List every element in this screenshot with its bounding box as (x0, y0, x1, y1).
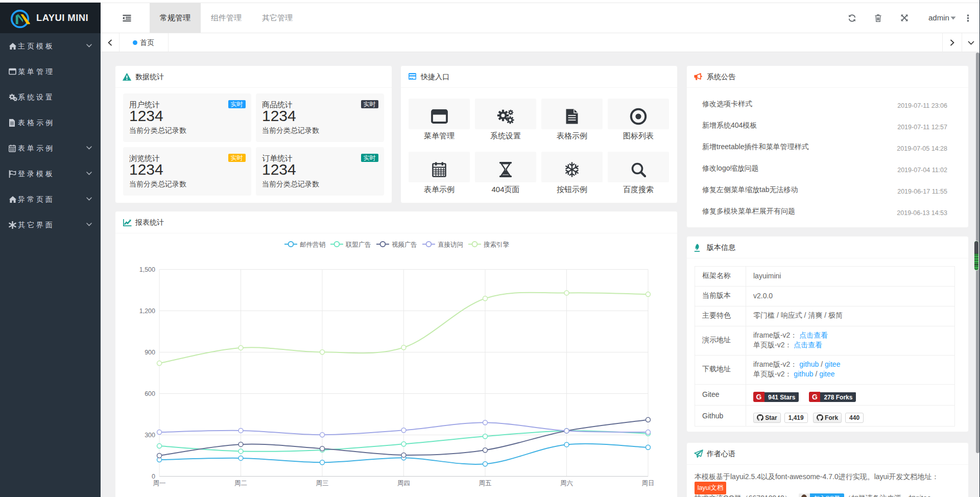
svg-text:1,500: 1,500 (139, 266, 155, 273)
svg-text:周六: 周六 (560, 480, 573, 487)
svg-text:直接访问: 直接访问 (438, 241, 463, 248)
svg-text:900: 900 (145, 349, 155, 356)
svg-text:300: 300 (145, 432, 155, 439)
svg-text:邮件营销: 邮件营销 (300, 241, 326, 248)
svg-text:周三: 周三 (316, 480, 329, 487)
svg-text:周四: 周四 (397, 480, 410, 487)
svg-text:周日: 周日 (642, 480, 655, 487)
svg-text:600: 600 (145, 390, 155, 397)
svg-text:搜索引擎: 搜索引擎 (484, 241, 510, 248)
svg-text:周五: 周五 (479, 480, 492, 487)
svg-text:1,200: 1,200 (139, 307, 155, 315)
svg-text:周二: 周二 (234, 480, 247, 487)
svg-text:联盟广告: 联盟广告 (345, 241, 371, 248)
svg-text:视频广告: 视频广告 (392, 241, 417, 248)
svg-text:周一: 周一 (153, 480, 166, 487)
svg-text:0: 0 (152, 473, 155, 480)
